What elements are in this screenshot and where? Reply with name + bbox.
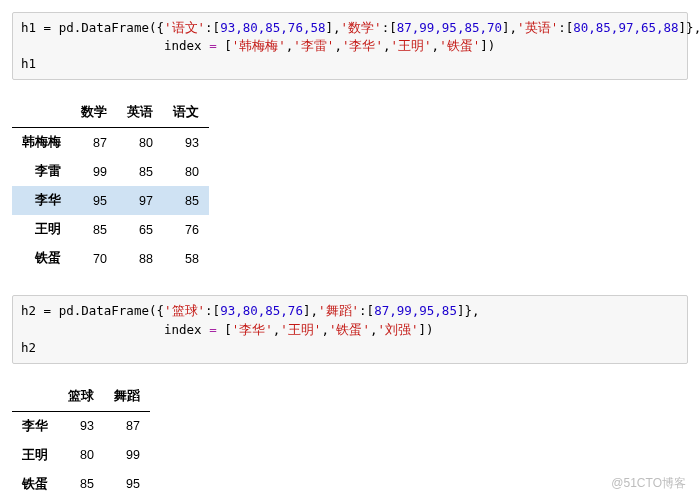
cell: 93 — [58, 411, 104, 441]
code-token: :[ — [382, 20, 397, 35]
code-token: 87,99,95,85,70 — [397, 20, 502, 35]
code-token: ]} — [457, 303, 472, 318]
table-row: 王明 80 99 — [12, 441, 150, 470]
cell: 85 — [163, 186, 209, 215]
cell: 97 — [117, 186, 163, 215]
cell: 99 — [71, 157, 117, 186]
cell: 76 — [163, 215, 209, 244]
cell: 87 — [104, 411, 150, 441]
code-token: [ — [224, 38, 232, 53]
code-token: h2 — [21, 340, 36, 355]
code-token: '李华' — [232, 322, 273, 337]
code-token: ({ — [149, 20, 164, 35]
code-cell-h2: h2 = pd.DataFrame({'篮球':[93,80,85,76],'舞… — [12, 295, 688, 363]
table-row: 李华 93 87 — [12, 411, 150, 441]
table-row: 韩梅梅 87 80 93 — [12, 128, 209, 158]
code-token: ]} — [679, 20, 694, 35]
code-token: '王明' — [280, 322, 321, 337]
cell: 80 — [58, 441, 104, 470]
code-token: , — [383, 38, 391, 53]
column-header: 语文 — [163, 98, 209, 128]
code-token: '刘强' — [378, 322, 419, 337]
column-header: 英语 — [117, 98, 163, 128]
watermark: @51CTO博客 — [611, 475, 686, 492]
code-token: :[ — [558, 20, 573, 35]
table-corner — [12, 382, 58, 412]
code-token: '英语' — [517, 20, 558, 35]
code-token: h1 — [21, 20, 36, 35]
dataframe-h2: 篮球 舞蹈 李华 93 87 王明 80 99 铁蛋 85 95 刘强 76 8… — [12, 382, 150, 500]
column-header: 舞蹈 — [104, 382, 150, 412]
code-token: 80,85,97,65,88 — [573, 20, 678, 35]
cell: 95 — [71, 186, 117, 215]
code-token: '舞蹈' — [318, 303, 359, 318]
code-indent — [21, 322, 164, 337]
table-corner — [12, 98, 71, 128]
code-token: [ — [224, 322, 232, 337]
row-index: 王明 — [12, 215, 71, 244]
table-row: 王明 85 65 76 — [12, 215, 209, 244]
code-token: ], — [326, 20, 341, 35]
table-row: 铁蛋 85 95 — [12, 470, 150, 499]
row-index: 王明 — [12, 441, 58, 470]
code-token: ], — [502, 20, 517, 35]
code-token: = — [36, 20, 59, 35]
row-index: 铁蛋 — [12, 244, 71, 273]
cell: 93 — [163, 128, 209, 158]
code-token: ({ — [149, 303, 164, 318]
row-index: 铁蛋 — [12, 470, 58, 499]
cell: 65 — [117, 215, 163, 244]
code-token: :[ — [205, 303, 220, 318]
code-token: ]) — [419, 322, 434, 337]
code-token: index — [164, 322, 209, 337]
code-token: '王明' — [391, 38, 432, 53]
code-token: :[ — [359, 303, 374, 318]
code-token: , — [694, 20, 700, 35]
code-token: = — [36, 303, 59, 318]
column-header: 篮球 — [58, 382, 104, 412]
code-token: 87,99,95,85 — [374, 303, 457, 318]
cell: 99 — [104, 441, 150, 470]
cell: 58 — [163, 244, 209, 273]
cell: 85 — [58, 470, 104, 499]
code-token: '篮球' — [164, 303, 205, 318]
cell: 70 — [71, 244, 117, 273]
code-token: '铁蛋' — [439, 38, 480, 53]
code-token: '铁蛋' — [329, 322, 370, 337]
code-token: = — [209, 322, 224, 337]
code-token: 93,80,85,76 — [220, 303, 303, 318]
table-row: 李雷 99 85 80 — [12, 157, 209, 186]
code-token: '语文' — [164, 20, 205, 35]
code-token: pd.DataFrame — [59, 303, 149, 318]
code-token: 93,80,85,76,58 — [220, 20, 325, 35]
code-token: :[ — [205, 20, 220, 35]
code-token: '韩梅梅' — [232, 38, 286, 53]
code-token: '李雷' — [293, 38, 334, 53]
cell: 88 — [117, 244, 163, 273]
code-token: '数学' — [341, 20, 382, 35]
code-token: index — [164, 38, 209, 53]
code-token: , — [472, 303, 480, 318]
column-header: 数学 — [71, 98, 117, 128]
code-token: ]) — [480, 38, 495, 53]
cell: 87 — [71, 128, 117, 158]
code-token: '李华' — [342, 38, 383, 53]
code-cell-h1: h1 = pd.DataFrame({'语文':[93,80,85,76,58]… — [12, 12, 688, 80]
code-indent — [21, 38, 164, 53]
row-index: 李雷 — [12, 157, 71, 186]
code-token: , — [432, 38, 440, 53]
row-index: 李华 — [12, 186, 71, 215]
cell: 85 — [117, 157, 163, 186]
code-token: , — [334, 38, 342, 53]
code-token: = — [209, 38, 224, 53]
cell: 80 — [163, 157, 209, 186]
cell: 80 — [117, 128, 163, 158]
code-token: , — [321, 322, 329, 337]
table-row-highlighted: 李华 95 97 85 — [12, 186, 209, 215]
code-token: , — [370, 322, 378, 337]
table-row: 铁蛋 70 88 58 — [12, 244, 209, 273]
code-token: ], — [303, 303, 318, 318]
row-index: 韩梅梅 — [12, 128, 71, 158]
cell: 85 — [71, 215, 117, 244]
code-token: pd.DataFrame — [59, 20, 149, 35]
